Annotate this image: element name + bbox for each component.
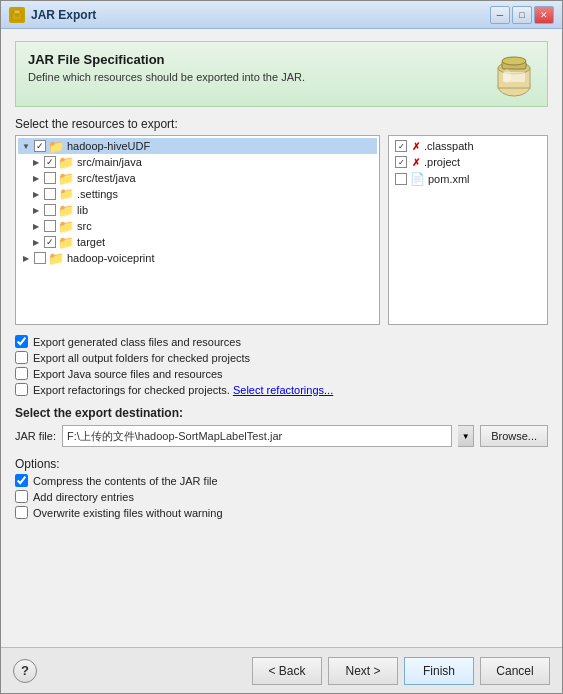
tree-item-label: lib (77, 204, 88, 216)
tree-item[interactable]: 📁 .settings (18, 186, 377, 202)
tree-item-label: hadoop-voiceprint (67, 252, 154, 264)
back-button[interactable]: < Back (252, 657, 322, 685)
export-refactoring-option[interactable]: Export refactorings for checked projects… (15, 383, 548, 396)
export-class-checkbox[interactable] (15, 335, 28, 348)
tree-item[interactable]: 📁 src/main/java (18, 154, 377, 170)
browse-button[interactable]: Browse... (480, 425, 548, 447)
expand-arrow[interactable] (30, 188, 42, 200)
export-output-label[interactable]: Export all output folders for checked pr… (33, 352, 250, 364)
tree-checkbox[interactable] (44, 172, 56, 184)
window-icon (9, 7, 25, 23)
file-item-label: .project (424, 156, 460, 168)
svg-rect-10 (503, 72, 525, 82)
folder-icon: 📁 (48, 251, 64, 265)
folder-icon: 📁 (58, 203, 74, 217)
file-item-label: pom.xml (428, 173, 470, 185)
tree-checkbox[interactable] (34, 252, 46, 264)
expand-arrow[interactable] (30, 172, 42, 184)
close-button[interactable]: ✕ (534, 6, 554, 24)
tree-item[interactable]: 📁 lib (18, 202, 377, 218)
resources-container: 📁 hadoop-hiveUDF 📁 src/main/java (15, 135, 548, 325)
export-class-option[interactable]: Export generated class files and resourc… (15, 335, 548, 348)
expand-arrow[interactable] (30, 156, 42, 168)
dropdown-arrow[interactable]: ▼ (458, 425, 474, 447)
folder-icon: 📁 (48, 139, 64, 153)
svg-point-8 (502, 57, 526, 65)
export-output-checkbox[interactable] (15, 351, 28, 364)
tree-checkbox[interactable] (44, 188, 56, 200)
file-item-label: .classpath (424, 140, 474, 152)
tree-item[interactable]: 📁 src (18, 218, 377, 234)
file-item[interactable]: 📄 pom.xml (391, 170, 545, 188)
folder-icon: 📁 (58, 155, 74, 169)
header-section: JAR File Specification Define which reso… (15, 41, 548, 107)
tree-item-label: src (77, 220, 92, 232)
tree-checkbox[interactable] (34, 140, 46, 152)
file-item[interactable]: ✗ .classpath (391, 138, 545, 154)
export-output-option[interactable]: Export all output folders for checked pr… (15, 351, 548, 364)
overwrite-checkbox[interactable] (15, 506, 28, 519)
tree-item[interactable]: 📁 target (18, 234, 377, 250)
jar-file-row: JAR file: ▼ Browse... (15, 425, 548, 447)
adddir-label[interactable]: Add directory entries (33, 491, 134, 503)
expand-arrow[interactable] (30, 236, 42, 248)
adddir-checkbox[interactable] (15, 490, 28, 503)
file-panel[interactable]: ✗ .classpath ✗ .project 📄 pom.xml (388, 135, 548, 325)
tree-checkbox[interactable] (44, 220, 56, 232)
minimize-button[interactable]: ─ (490, 6, 510, 24)
titlebar: JAR Export ─ □ ✕ (1, 1, 562, 29)
folder-icon: 📁 (58, 171, 74, 185)
tree-item-label: hadoop-hiveUDF (67, 140, 150, 152)
tree-checkbox[interactable] (44, 156, 56, 168)
expand-arrow[interactable] (20, 140, 32, 152)
file-checkbox[interactable] (395, 173, 407, 185)
finish-button[interactable]: Finish (404, 657, 474, 685)
project-x-icon: ✗ (410, 156, 422, 168)
folder-icon: 📁 (58, 219, 74, 233)
export-refactoring-label[interactable]: Export refactorings for checked projects… (33, 384, 333, 396)
resources-section: Select the resources to export: 📁 hadoop… (15, 117, 548, 325)
expand-arrow[interactable] (30, 204, 42, 216)
tree-item[interactable]: 📁 src/test/java (18, 170, 377, 186)
destination-section: Select the export destination: JAR file:… (15, 406, 548, 447)
jar-icon (493, 48, 535, 96)
tree-item-label: .settings (77, 188, 118, 200)
next-button[interactable]: Next > (328, 657, 398, 685)
file-checkbox[interactable] (395, 140, 407, 152)
expand-arrow[interactable] (30, 220, 42, 232)
nav-buttons: < Back Next > Finish Cancel (252, 657, 550, 685)
resources-label: Select the resources to export: (15, 117, 548, 131)
export-refactoring-checkbox[interactable] (15, 383, 28, 396)
section-title: JAR File Specification (28, 52, 305, 67)
svg-rect-1 (14, 10, 20, 14)
tree-item[interactable]: 📁 hadoop-voiceprint (18, 250, 377, 266)
expand-arrow[interactable] (20, 252, 32, 264)
tree-item-label: src/test/java (77, 172, 136, 184)
export-java-checkbox[interactable] (15, 367, 28, 380)
tree-item-label: src/main/java (77, 156, 142, 168)
overwrite-option[interactable]: Overwrite existing files without warning (15, 506, 548, 519)
select-refactorings-link[interactable]: Select refactorings... (233, 384, 333, 396)
export-java-option[interactable]: Export Java source files and resources (15, 367, 548, 380)
overwrite-label[interactable]: Overwrite existing files without warning (33, 507, 223, 519)
compress-checkbox[interactable] (15, 474, 28, 487)
file-item[interactable]: ✗ .project (391, 154, 545, 170)
tree-checkbox[interactable] (44, 204, 56, 216)
export-class-label[interactable]: Export generated class files and resourc… (33, 336, 241, 348)
cancel-button[interactable]: Cancel (480, 657, 550, 685)
tree-item[interactable]: 📁 hadoop-hiveUDF (18, 138, 377, 154)
maximize-button[interactable]: □ (512, 6, 532, 24)
adddir-option[interactable]: Add directory entries (15, 490, 548, 503)
help-button[interactable]: ? (13, 659, 37, 683)
tree-checkbox[interactable] (44, 236, 56, 248)
file-checkbox[interactable] (395, 156, 407, 168)
compress-option[interactable]: Compress the contents of the JAR file (15, 474, 548, 487)
tree-panel[interactable]: 📁 hadoop-hiveUDF 📁 src/main/java (15, 135, 380, 325)
window-controls: ─ □ ✕ (490, 6, 554, 24)
window-title: JAR Export (31, 8, 490, 22)
compress-label[interactable]: Compress the contents of the JAR file (33, 475, 218, 487)
export-java-label[interactable]: Export Java source files and resources (33, 368, 223, 380)
tree-item-label: target (77, 236, 105, 248)
bottom-bar: ? < Back Next > Finish Cancel (1, 647, 562, 693)
jar-file-input[interactable] (62, 425, 452, 447)
